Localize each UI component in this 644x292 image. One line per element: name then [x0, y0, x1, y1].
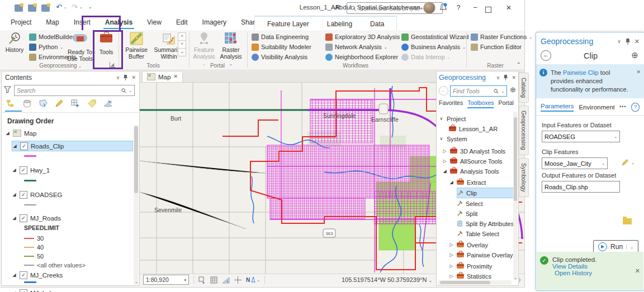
- dialog-launcher-icon[interactable]: [110, 62, 115, 68]
- exploratory-3d-analysis-button[interactable]: Exploratory 3D Analysis⌄: [325, 32, 405, 41]
- raster-functions-button[interactable]: Raster Functions⌄: [471, 32, 532, 41]
- dock-tab-catalog[interactable]: Catalog: [519, 73, 529, 103]
- list-by-drawing-order-icon[interactable]: [6, 99, 16, 108]
- tree-pairwise-overlay[interactable]: ▷Pairwise Overlay: [449, 250, 513, 260]
- checkbox-checked-icon[interactable]: ✓: [20, 271, 27, 279]
- restore-button[interactable]: [485, 5, 491, 15]
- suitability-modeler-button[interactable]: Suitability Modeler: [252, 42, 311, 51]
- dock-tab-symbology[interactable]: Symbology: [519, 158, 529, 197]
- checkbox-checked-icon[interactable]: ✓: [20, 191, 27, 199]
- expand-icon[interactable]: ◢: [5, 131, 10, 136]
- attribute-table-icon[interactable]: [210, 276, 217, 284]
- collapsed-icon[interactable]: ▷: [449, 274, 454, 279]
- collapsed-icon[interactable]: ▷: [449, 242, 454, 247]
- collapsed-icon[interactable]: ▷: [449, 252, 454, 257]
- layer-mj-roads[interactable]: ◢ ✓ MJ_Roads: [12, 213, 61, 223]
- edit-pencil-icon[interactable]: [621, 159, 629, 166]
- input-features-combo[interactable]: ROADSEG ⌄: [542, 131, 620, 142]
- expand-icon[interactable]: ◢: [12, 143, 17, 149]
- redo-caret-icon[interactable]: ⌄: [79, 5, 83, 9]
- data-engineering-button[interactable]: Data Engineering: [252, 32, 309, 41]
- tree-proximity[interactable]: ▷Proximity: [449, 261, 492, 271]
- close-icon[interactable]: ✕: [173, 74, 178, 79]
- caret-down-icon[interactable]: ⌄: [429, 279, 433, 283]
- tree-allsource-tools[interactable]: ▷AllSource Tools: [442, 156, 503, 166]
- close-icon[interactable]: ✕: [635, 267, 640, 275]
- collapse-ribbon-icon[interactable]: ⌃: [517, 62, 521, 68]
- history-button[interactable]: History: [2, 32, 27, 53]
- layer-roadseg[interactable]: ◢ ✓ ROADSEG: [12, 190, 63, 199]
- collapsed-icon[interactable]: ▷: [442, 159, 447, 164]
- tree-extract[interactable]: ◢Extract: [449, 178, 486, 187]
- function-editor-button[interactable]: Function Editor: [471, 42, 522, 51]
- view-details-link[interactable]: View Details: [552, 263, 631, 270]
- tree-split-by-attributes[interactable]: Split By Attributes: [457, 219, 514, 228]
- add-icon[interactable]: ⊕: [630, 51, 640, 60]
- tree-analysis-tools[interactable]: ◢Analysis Tools: [442, 166, 499, 176]
- section-expanded-icon[interactable]: ∨: [439, 116, 444, 121]
- tab-portal[interactable]: Portal: [498, 99, 513, 108]
- browse-folder-icon[interactable]: [623, 218, 632, 224]
- close-icon[interactable]: ✕: [131, 75, 136, 80]
- list-by-perspective-icon[interactable]: [103, 99, 113, 108]
- contents-search[interactable]: Search ⌄: [14, 85, 135, 96]
- pin-icon[interactable]: [123, 74, 128, 80]
- help-icon[interactable]: ?: [631, 103, 640, 112]
- layer-mj-lakes[interactable]: ◢ ✓ MJ_Lakes: [12, 288, 59, 292]
- undo-caret-icon[interactable]: ⌄: [64, 5, 67, 9]
- pairwise-clip-link[interactable]: Pairwise Clip: [563, 69, 599, 76]
- tab-favorites[interactable]: Favorites: [439, 99, 463, 108]
- tab-edit[interactable]: Edit: [169, 16, 195, 30]
- tree-split[interactable]: Split: [457, 209, 477, 218]
- chevron-down-icon[interactable]: ∨: [496, 75, 500, 80]
- scroll-up-icon[interactable]: ˄: [178, 32, 186, 41]
- hwy-1-symbol[interactable]: [24, 180, 36, 181]
- account-avatar[interactable]: [423, 2, 435, 14]
- checkbox-checked-icon[interactable]: ✓: [20, 214, 27, 222]
- tools-button[interactable]: Tools: [95, 32, 117, 55]
- network-analysis-button[interactable]: Network Analysis⌄: [325, 42, 387, 51]
- list-by-data-source-icon[interactable]: [22, 99, 32, 108]
- tree-lesson-1-ar[interactable]: Lesson_1_AR: [449, 124, 498, 133]
- layer-map[interactable]: ◢ Map: [5, 128, 36, 138]
- tab-project[interactable]: Project: [3, 16, 39, 30]
- list-by-selection-icon[interactable]: [39, 99, 48, 108]
- output-features-input[interactable]: Roads_Clip.shp: [542, 181, 620, 193]
- contents-scrollbar[interactable]: ⌄: [134, 125, 139, 285]
- tree-3d-analyst-tools[interactable]: ▷3D Analyst Tools: [442, 146, 505, 156]
- tab-analysis[interactable]: Analysis: [98, 16, 140, 30]
- list-by-snapping-icon[interactable]: [71, 99, 80, 108]
- scale-combo[interactable]: 1:80,920 ▾: [143, 275, 189, 285]
- checkbox-checked-icon[interactable]: ✓: [20, 289, 27, 292]
- raster-analysis-button[interactable]: Raster Analysis ⌄: [218, 32, 244, 66]
- tree-overlay[interactable]: ▷Overlay: [449, 240, 488, 250]
- more-menu-icon[interactable]: •••: [619, 104, 626, 109]
- business-analysis-button[interactable]: Business Analysis⌄: [401, 42, 466, 51]
- expand-icon[interactable]: ◢: [12, 167, 17, 173]
- tree-project[interactable]: ∨Project: [439, 114, 466, 123]
- collapsed-icon[interactable]: ▷: [442, 149, 447, 154]
- clip-features-combo[interactable]: Moose_Jaw_City ⌄: [542, 157, 608, 169]
- pin-icon[interactable]: [503, 74, 508, 80]
- list-by-labeling-icon[interactable]: [87, 99, 97, 108]
- geostatistical-wizard-button[interactable]: Geostatistical Wizard: [401, 32, 468, 41]
- crosshair-icon[interactable]: [234, 276, 242, 284]
- find-tools-search[interactable]: Find Tools ⌄: [450, 85, 507, 97]
- tree-select[interactable]: Select: [457, 199, 483, 208]
- minimize-button[interactable]: –: [467, 3, 483, 11]
- python-button[interactable]: Python ⌄: [29, 42, 63, 51]
- section-expanded-icon[interactable]: ∨: [439, 136, 444, 141]
- back-icon[interactable]: ←: [541, 50, 551, 61]
- collapsed-icon[interactable]: ▷: [449, 264, 454, 269]
- open-history-link[interactable]: Open History: [552, 270, 631, 276]
- chevron-down-icon[interactable]: ⌄: [631, 161, 634, 165]
- tab-labeling[interactable]: Labeling: [318, 20, 361, 28]
- add-feature-icon[interactable]: [198, 276, 206, 284]
- compass-button[interactable]: N ⌄: [246, 277, 260, 283]
- tab-data[interactable]: Data: [361, 20, 393, 28]
- help-icon[interactable]: ?: [451, 4, 466, 12]
- toolboxes-hscrollbar[interactable]: [438, 280, 512, 285]
- tab-toolboxes[interactable]: Toolboxes: [467, 99, 494, 108]
- filter-icon[interactable]: [4, 85, 11, 95]
- tab-view[interactable]: View: [140, 16, 169, 30]
